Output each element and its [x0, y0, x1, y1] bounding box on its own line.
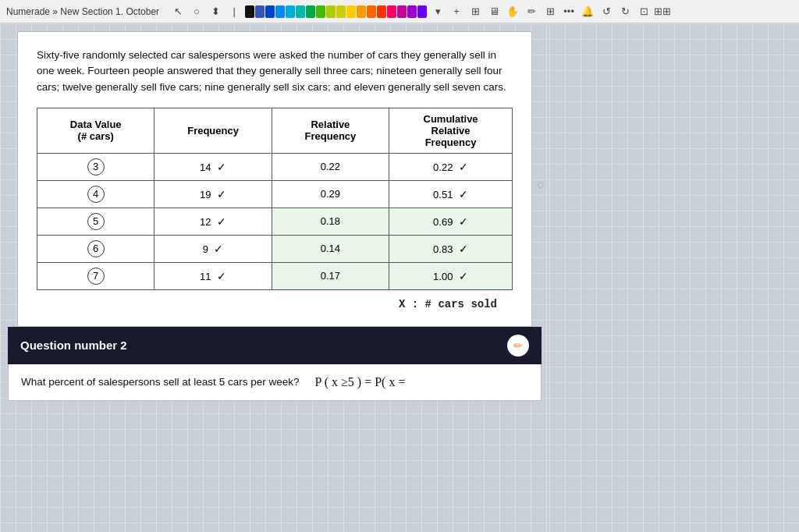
cell-cum-freq-6: 0.83 ✓: [389, 235, 513, 262]
document-card-wrapper: Sixty-five randomly selected car salespe…: [8, 31, 542, 401]
undo-icon[interactable]: ↺: [598, 4, 614, 20]
color-blue[interactable]: [265, 5, 275, 18]
color-red-orange[interactable]: [377, 5, 386, 18]
toolbar: Numerade » New Section 1. October ↖ ○ ⬍ …: [0, 0, 799, 23]
move-icon[interactable]: ⬍: [208, 4, 223, 20]
color-cyan[interactable]: [286, 5, 295, 18]
brand-label: Numerade » New Section 1. October: [6, 6, 159, 17]
cell-freq-7: 11 ✓: [154, 262, 272, 289]
cell-freq-5: 12 ✓: [154, 207, 272, 235]
cell-cum-freq-7: 1.00 ✓: [389, 262, 513, 289]
question-number: Question number 2: [20, 339, 127, 352]
question-text: What percent of salespersons sell at lea…: [21, 376, 299, 388]
hand-icon[interactable]: ✋: [505, 4, 520, 20]
cell-rel-freq-6: 0.14: [272, 235, 389, 262]
diamond-marker: ◇: [537, 179, 544, 190]
grid-icon[interactable]: ⊞: [467, 4, 483, 20]
color-teal[interactable]: [296, 5, 305, 18]
question-content: What percent of salespersons sell at lea…: [8, 364, 542, 401]
cell-data-value-7: 7: [37, 262, 154, 289]
color-lime[interactable]: [316, 5, 325, 18]
color-blue-dark[interactable]: [255, 5, 265, 18]
color-violet[interactable]: [417, 5, 427, 18]
color-strip: [245, 5, 427, 18]
toolbar-tools: ↖ ○ ⬍ | ▾ + ⊞ 🖥 ✋ ✏: [170, 4, 670, 20]
color-yellow-green[interactable]: [326, 5, 336, 18]
cell-cum-freq-4: 0.51 ✓: [389, 180, 513, 207]
table-row: 3 14 ✓ 0.22 0.22 ✓: [37, 153, 513, 180]
color-green[interactable]: [306, 5, 315, 18]
math-expression: P ( x ≥5 ) = P( x =: [314, 375, 405, 389]
right-panel: [549, 23, 799, 532]
color-yellow[interactable]: [336, 5, 346, 18]
color-pink[interactable]: [387, 5, 396, 18]
cell-cum-freq-3: 0.22 ✓: [389, 153, 513, 180]
cell-data-value-3: 3: [37, 153, 154, 180]
document-card: Sixty-five randomly selected car salespe…: [17, 31, 532, 327]
cursor-icon[interactable]: ↖: [170, 4, 186, 20]
cell-rel-freq-7: 0.17: [272, 262, 389, 289]
color-orange[interactable]: [357, 5, 366, 18]
cell-freq-4: 19 ✓: [154, 180, 272, 207]
color-blue-light[interactable]: [275, 5, 285, 18]
table-row: 7 11 ✓ 0.17 1.00 ✓: [37, 262, 513, 289]
divider-icon: |: [226, 4, 242, 20]
color-orange-dark[interactable]: [367, 5, 376, 18]
color-magenta[interactable]: [397, 5, 407, 18]
layout-icon[interactable]: ⊞⊞: [655, 4, 670, 20]
hash-icon[interactable]: ⊞: [542, 4, 558, 20]
export-icon[interactable]: ⊡: [636, 4, 652, 20]
color-black[interactable]: [245, 5, 254, 18]
x-label: X : # cars sold: [37, 298, 513, 310]
table-row: 4 19 ✓ 0.29 0.51 ✓: [37, 180, 513, 207]
edit-button[interactable]: ✏: [507, 335, 529, 356]
question-banner: Question number 2 ✏: [8, 327, 542, 364]
col-header-relative-freq: RelativeFrequency: [272, 108, 389, 153]
color-gold[interactable]: [346, 5, 356, 18]
cell-cum-freq-5: 0.69 ✓: [389, 207, 513, 235]
col-header-cumulative-freq: CumulativeRelativeFrequency: [389, 108, 513, 153]
table-row: 6 9 ✓ 0.14 0.83 ✓: [37, 235, 513, 262]
more-icon[interactable]: •••: [561, 4, 577, 20]
plus-icon[interactable]: +: [449, 4, 464, 20]
data-table: Data Value(# cars) Frequency RelativeFre…: [37, 108, 513, 290]
cell-freq-3: 14 ✓: [154, 153, 272, 180]
redo-icon[interactable]: ↻: [617, 4, 633, 20]
cell-rel-freq-3: 0.22: [272, 153, 389, 180]
screen-icon[interactable]: 🖥: [486, 4, 502, 20]
col-header-data-value: Data Value(# cars): [37, 108, 154, 153]
col-header-frequency: Frequency: [154, 108, 272, 153]
color-purple[interactable]: [407, 5, 417, 18]
cell-freq-6: 9 ✓: [154, 235, 272, 262]
circle-icon[interactable]: ○: [189, 4, 204, 20]
cell-rel-freq-4: 0.29: [272, 180, 389, 207]
cell-rel-freq-5: 0.18: [272, 207, 389, 235]
cell-data-value-5: 5: [37, 207, 154, 235]
main-content: Sixty-five randomly selected car salespe…: [0, 23, 799, 532]
cell-data-value-4: 4: [37, 180, 154, 207]
bell-icon[interactable]: 🔔: [580, 4, 595, 20]
problem-text: Sixty-five randomly selected car salespe…: [37, 48, 513, 95]
table-row: 5 12 ✓ 0.18 0.69 ✓: [37, 207, 513, 235]
cell-data-value-6: 6: [37, 235, 154, 262]
canvas-area[interactable]: Sixty-five randomly selected car salespe…: [0, 23, 549, 532]
pencil-icon[interactable]: ✏: [524, 4, 539, 20]
pen-icon[interactable]: ▾: [430, 4, 446, 20]
